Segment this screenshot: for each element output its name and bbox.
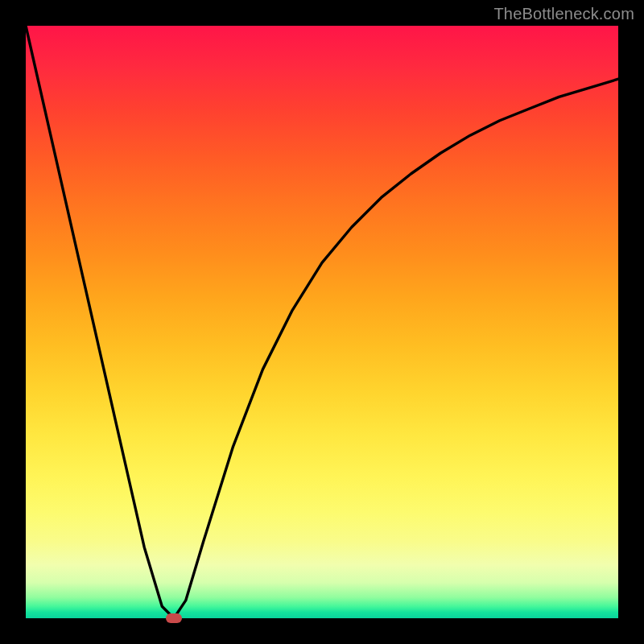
optimal-point-marker xyxy=(166,613,182,623)
plot-area xyxy=(26,26,618,618)
bottleneck-curve xyxy=(26,26,618,618)
chart-frame: TheBottleneck.com xyxy=(0,0,644,644)
curve-svg xyxy=(26,26,618,618)
watermark-text: TheBottleneck.com xyxy=(493,5,634,23)
